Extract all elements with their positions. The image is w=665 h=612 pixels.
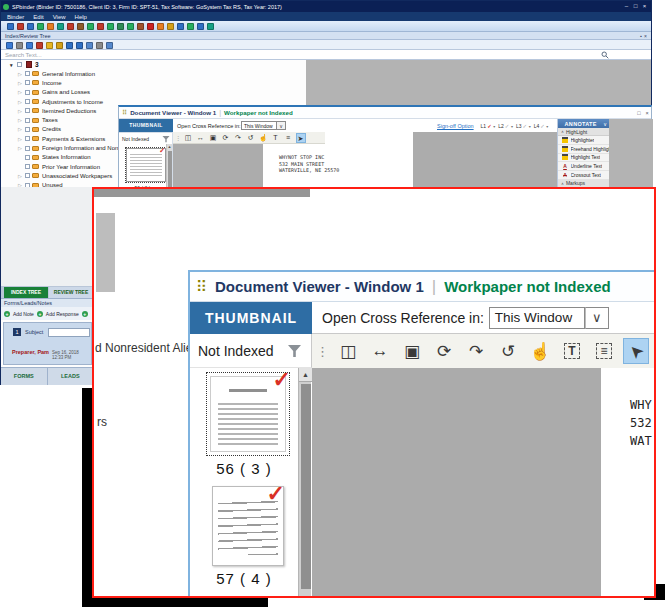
expand-arrow-icon[interactable]: ▷	[18, 89, 25, 95]
main-toolbar-icon[interactable]	[77, 23, 84, 30]
checkbox[interactable]	[25, 80, 30, 85]
open-document-icon[interactable]: ◫	[335, 338, 361, 364]
main-toolbar-icon[interactable]	[17, 23, 24, 30]
signoff-option-link[interactable]: Sign-off Option	[437, 123, 474, 129]
tab-review-tree[interactable]: REVIEW TREE	[49, 287, 93, 298]
checkbox[interactable]	[25, 173, 30, 178]
cross-reference-select[interactable]: This Window	[241, 121, 277, 130]
main-toolbar-icon[interactable]	[127, 23, 134, 30]
menu-view[interactable]: View	[53, 14, 66, 20]
tree-toolbar-icon[interactable]	[26, 42, 33, 49]
annotate-tool-highlighter[interactable]: Highlighter	[558, 136, 609, 145]
drag-grip-icon[interactable]: ⠿	[196, 278, 207, 296]
search-bar[interactable]: Search Text...	[1, 50, 651, 60]
select-lines-icon[interactable]: ≡	[283, 133, 293, 143]
doc-viewer-titlebar[interactable]: ⠿ Document Viewer - Window 1 | Workpaper…	[119, 107, 651, 119]
add-note-button[interactable]: Add Note	[13, 311, 34, 317]
chevron-down-icon[interactable]: ∨	[277, 121, 286, 130]
note-card[interactable]: 1 Subject Preparer, Pam Sep 16, 2018 12:…	[3, 322, 92, 365]
checkbox[interactable]	[25, 155, 30, 160]
expand-arrow-icon[interactable]: ▷	[18, 99, 25, 105]
main-toolbar-icon[interactable]	[147, 23, 154, 30]
annotate-tool-underline-text[interactable]: AUnderline Text	[558, 162, 609, 171]
close-icon[interactable]: ×	[640, 2, 649, 11]
doc-viewer-titlebar[interactable]: ⠿ Document Viewer - Window 1 | Workpaper…	[190, 272, 656, 302]
main-toolbar-icon[interactable]	[67, 23, 74, 30]
rotate-180-icon[interactable]: ↷	[463, 338, 489, 364]
cross-reference-select[interactable]: This Window	[489, 307, 585, 329]
collapse-arrow-icon[interactable]: ▾	[10, 62, 17, 68]
annotate-tool-freehand-highlighter[interactable]: Freehand Highlighter	[558, 145, 609, 154]
scrollbar-thumb[interactable]	[301, 384, 311, 589]
menu-edit[interactable]: Edit	[33, 14, 43, 20]
filter-bar[interactable]: Not Indexed	[119, 132, 173, 144]
filter-funnel-icon[interactable]	[162, 135, 170, 143]
add-note-icon[interactable]: +	[4, 311, 10, 317]
main-toolbar-icon[interactable]	[57, 23, 64, 30]
tree-toolbar-icon[interactable]	[6, 42, 13, 49]
index-review-tree-header[interactable]: Index/Review Tree ▪ ×	[1, 32, 651, 40]
expand-arrow-icon[interactable]: ▷	[18, 71, 25, 77]
search-icon[interactable]	[601, 51, 609, 59]
scrollbar-thumb[interactable]	[168, 151, 172, 191]
annotate-section-highlight[interactable]: ∧HighLight	[558, 128, 609, 136]
checkbox[interactable]	[25, 146, 30, 151]
checkbox[interactable]	[25, 136, 30, 141]
expand-arrow-icon[interactable]: ▷	[18, 145, 25, 151]
tree-toolbar-icon[interactable]	[36, 42, 43, 49]
checkbox[interactable]	[17, 62, 22, 67]
expand-arrow-icon[interactable]: ▷	[18, 173, 25, 179]
checkbox[interactable]	[25, 164, 30, 169]
signoff-l4[interactable]: L4✓▾	[534, 123, 549, 129]
main-toolbar-icon[interactable]	[97, 23, 104, 30]
tree-item-income[interactable]: ▷Income	[1, 78, 306, 87]
main-toolbar-icon[interactable]	[167, 23, 174, 30]
fit-page-icon[interactable]: ▣	[208, 133, 218, 143]
close-icon[interactable]: ×	[644, 33, 647, 39]
annotate-tool-crossout-text[interactable]: ACrossout Text	[558, 171, 609, 180]
document-page[interactable]: WHY 532 WAT	[601, 368, 656, 598]
menu-help[interactable]: Help	[75, 14, 87, 20]
thumbnail-page-56[interactable]: ✓	[206, 372, 290, 456]
checkbox[interactable]	[25, 71, 30, 76]
signoff-l3[interactable]: L3✓▾	[516, 123, 531, 129]
close-icon[interactable]: ×	[643, 110, 651, 116]
tree-toolbar-icon[interactable]	[106, 42, 113, 49]
tree-toolbar-icon[interactable]	[96, 42, 103, 49]
main-toolbar-icon[interactable]	[117, 23, 124, 30]
tree-root-item[interactable]: ▾ 3	[1, 60, 306, 69]
pan-hand-icon[interactable]: ☝	[527, 338, 553, 364]
tab-index-tree[interactable]: INDEX TREE	[4, 287, 48, 298]
thumbnail-page-56[interactable]: ✓	[126, 148, 166, 182]
checkbox[interactable]	[25, 127, 30, 132]
main-toolbar-icon[interactable]	[47, 23, 54, 30]
open-document-icon[interactable]: ◫	[183, 133, 193, 143]
fit-page-icon[interactable]: ▣	[399, 338, 425, 364]
tree-toolbar-icon[interactable]	[16, 42, 23, 49]
main-toolbar-icon[interactable]	[87, 23, 94, 30]
main-toolbar-icon[interactable]	[177, 23, 184, 30]
main-toolbar-icon[interactable]	[27, 23, 34, 30]
more-action-icon[interactable]: +	[82, 311, 88, 317]
dropdown-arrow-icon[interactable]: ▾	[493, 124, 495, 129]
dropdown-arrow-icon[interactable]: ▾	[546, 124, 548, 129]
thumbnail-tab[interactable]: THUMBNAIL	[119, 119, 173, 132]
annotate-tool-highlight-text[interactable]: Highlight Text	[558, 154, 609, 163]
rotate-counterclockwise-icon[interactable]: ↺	[495, 338, 521, 364]
select-text-icon[interactable]: T	[559, 338, 585, 364]
rotate-clockwise-icon[interactable]: ⟳	[221, 133, 231, 143]
tree-toolbar-icon[interactable]	[46, 42, 53, 49]
add-response-button[interactable]: Add Response	[46, 311, 79, 317]
tab-forms[interactable]: FORMS	[1, 368, 48, 385]
expand-arrow-icon[interactable]: ▷	[18, 126, 25, 132]
checkbox[interactable]	[25, 108, 30, 113]
thumbnail-tab[interactable]: THUMBNAIL	[190, 302, 312, 334]
add-response-icon[interactable]: +	[37, 311, 43, 317]
tree-toolbar-icon[interactable]	[86, 42, 93, 49]
search-input[interactable]: Search Text...	[5, 52, 601, 58]
pointer-select-icon[interactable]: ➤	[623, 338, 649, 364]
scroll-up-icon[interactable]: ▲	[167, 144, 172, 150]
main-toolbar-icon[interactable]	[187, 23, 194, 30]
expand-arrow-icon[interactable]: ▷	[18, 108, 25, 114]
signoff-l2[interactable]: L2✓▾	[498, 123, 513, 129]
